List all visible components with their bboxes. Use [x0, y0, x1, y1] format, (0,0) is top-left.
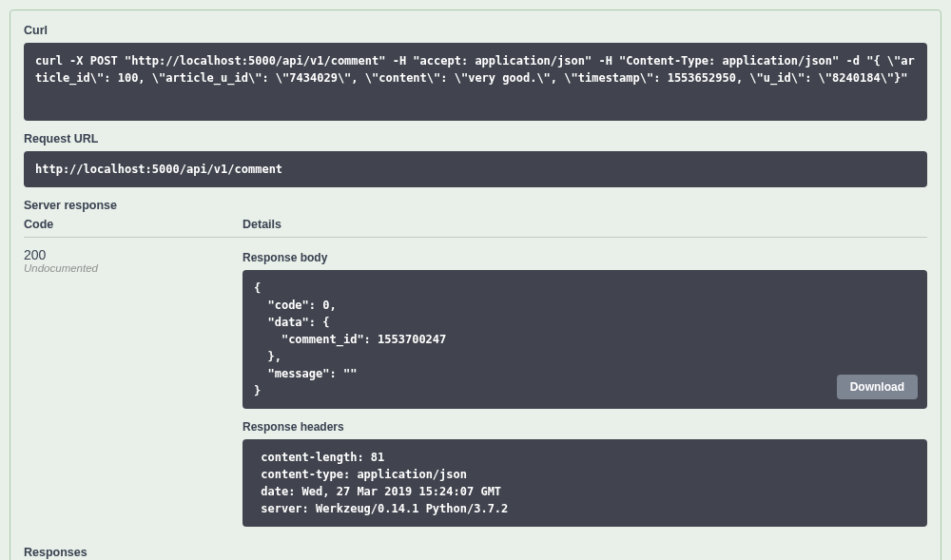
details-col: Response body { "code": 0, "data": { "co… — [243, 247, 927, 527]
server-response-label: Server response — [24, 199, 927, 212]
response-headers-label: Response headers — [243, 420, 927, 434]
request-url-label: Request URL — [24, 132, 927, 145]
download-button[interactable]: Download — [837, 375, 918, 399]
status-code: 200 — [24, 247, 233, 262]
response-body-wrap: { "code": 0, "data": { "comment_id": 155… — [243, 270, 927, 409]
curl-label: Curl — [24, 24, 927, 37]
server-response-row: 200 Undocumented Response body { "code":… — [24, 247, 927, 527]
server-response-header: Code Details — [24, 218, 927, 238]
api-response-panel: Curl curl -X POST "http://localhost:5000… — [10, 10, 941, 560]
responses-label: Responses — [24, 546, 927, 559]
status-undocumented: Undocumented — [24, 262, 233, 274]
status-col: 200 Undocumented — [24, 247, 243, 527]
response-body-label: Response body — [243, 251, 927, 264]
header-code: Code — [24, 218, 243, 231]
response-headers-block[interactable]: content-length: 81 content-type: applica… — [243, 439, 927, 527]
request-url-block[interactable]: http://localhost:5000/api/v1/comment — [24, 151, 927, 187]
curl-command-block[interactable]: curl -X POST "http://localhost:5000/api/… — [24, 43, 927, 121]
response-body-block[interactable]: { "code": 0, "data": { "comment_id": 155… — [243, 270, 927, 409]
header-details: Details — [243, 218, 927, 231]
